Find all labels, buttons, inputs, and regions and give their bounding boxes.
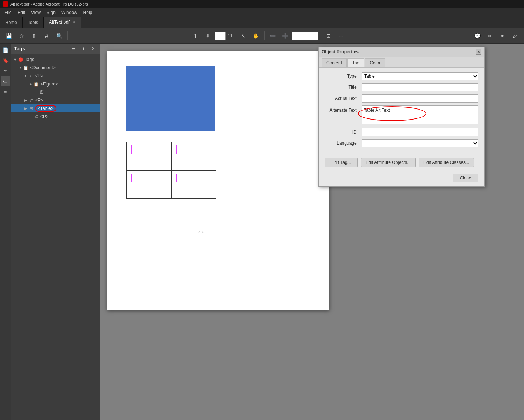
tree-item-p1[interactable]: ▼ 🏷 <P> <box>11 72 100 80</box>
tree-item-figure-child[interactable]: 🖼 <box>11 88 100 96</box>
cursor-btn[interactable]: ↖ <box>238 30 249 42</box>
edit-attribute-classes-button[interactable]: Edit Attribute Classes... <box>419 158 474 167</box>
menu-edit[interactable]: Edit <box>14 8 28 17</box>
edit-attribute-objects-button[interactable]: Edit Attribute Objects... <box>361 158 416 167</box>
tag-icon2: 🏷 <box>28 97 34 103</box>
hand-btn[interactable]: ✋ <box>250 30 262 42</box>
cursor-3 <box>131 174 132 182</box>
toolbar: 💾 ☆ ⬆ 🖨 🔍 ⬆ ⬇ 1 / 1 ↖ ✋ ➖ ➕ 122% ⊡ ↔ 💬 ✏… <box>0 28 524 44</box>
title-bar-text: AltText.pdf - Adobe Acrobat Pro DC (32-b… <box>10 2 88 6</box>
tab-close-btn[interactable]: ✕ <box>73 20 75 24</box>
nav-layers-icon[interactable]: ≡ <box>1 87 10 96</box>
sidebar-icon-strip: 📄 🔖 ✒ 🏷 ≡ <box>0 44 11 420</box>
tab-alttext[interactable]: AltText.pdf ✕ <box>44 17 81 28</box>
tree-label-p2: <P> <box>35 98 43 103</box>
nav-bookmarks-icon[interactable]: 🔖 <box>1 56 10 65</box>
page-total: 1 <box>230 33 233 38</box>
actual-text-input[interactable] <box>362 94 478 103</box>
pen-btn[interactable]: ✏ <box>484 30 496 42</box>
expand-icon: ▼ <box>13 57 18 62</box>
form-row-type: Type: Table <box>325 72 478 80</box>
fit-width-btn[interactable]: ↔ <box>335 30 347 42</box>
resize-handle[interactable]: ◁▷ <box>199 228 203 236</box>
form-row-language: Language: <box>325 139 478 147</box>
tree-item-table[interactable]: ▶ ⊞ <Table> <box>11 104 100 112</box>
nav-signatures-icon[interactable]: ✒ <box>1 66 10 75</box>
form-row-title: Title: <box>325 83 478 91</box>
next-page-btn[interactable]: ⬇ <box>202 30 214 42</box>
tag-icon3: 🏷 <box>33 114 39 120</box>
tab-tools[interactable]: Tools <box>23 17 44 28</box>
page-number-input[interactable]: 1 <box>215 32 226 40</box>
zoom-in-btn[interactable]: ➕ <box>279 30 291 42</box>
tags-header: Tags ☰ ℹ ✕ <box>11 44 100 54</box>
zoom-out-btn[interactable]: ➖ <box>267 30 279 42</box>
table-drawing <box>126 142 216 199</box>
menu-file[interactable]: File <box>1 8 14 17</box>
alternate-text-input[interactable] <box>362 105 478 124</box>
sep2 <box>235 31 235 40</box>
comment-btn[interactable]: 💬 <box>471 30 483 42</box>
title-input[interactable] <box>362 83 478 91</box>
dialog-title: Object Properties <box>322 49 359 54</box>
tree-item-figure[interactable]: ▶ 📋 <Figure> <box>11 80 100 88</box>
tab-content[interactable]: Content <box>322 58 347 67</box>
sidebar-container: 📄 🔖 ✒ 🏷 ≡ Tags ☰ ℹ ✕ ▼ 🔴 <box>0 44 100 420</box>
form-row-actual-text: Actual Text: <box>325 94 478 103</box>
tree-item-p2[interactable]: ▶ 🏷 <P> <box>11 96 100 104</box>
main-layout: 📄 🔖 ✒ 🏷 ≡ Tags ☰ ℹ ✕ ▼ 🔴 <box>0 44 524 420</box>
tags-close-btn[interactable]: ✕ <box>89 45 97 53</box>
tree-label-figure: <Figure> <box>40 81 58 87</box>
cursor-2 <box>176 145 177 154</box>
tree-label-document: <Document> <box>30 65 56 70</box>
page-separator: / <box>226 33 229 38</box>
expand-icon7: ▶ <box>23 106 28 111</box>
nav-pages-icon[interactable]: 📄 <box>1 45 10 55</box>
edit-tag-button[interactable]: Edit Tag... <box>325 158 358 167</box>
menu-sign[interactable]: Sign <box>44 8 58 17</box>
search-btn[interactable]: 🔍 <box>53 30 65 42</box>
form-row-alternate-text: Alternate Text: Table Alt Text <box>325 105 478 125</box>
tab-color[interactable]: Color <box>365 58 385 67</box>
language-select[interactable] <box>362 139 478 147</box>
bookmark-btn[interactable]: ☆ <box>16 30 27 42</box>
tags-options-btn[interactable]: ☰ <box>70 45 78 53</box>
title-label: Title: <box>325 85 362 90</box>
tab-tag[interactable]: Tag <box>347 58 364 67</box>
print-btn[interactable]: 🖨 <box>41 30 53 42</box>
object-properties-dialog[interactable]: Object Properties ✕ Content Tag Color Ty… <box>318 47 485 187</box>
close-button[interactable]: Close <box>453 174 478 182</box>
tree-item-document[interactable]: ▼ 📋 <Document> <box>11 64 100 72</box>
dialog-action-buttons: Edit Tag... Edit Attribute Objects... Ed… <box>319 155 484 171</box>
tree-item-p3[interactable]: 🏷 <P> <box>11 112 100 121</box>
save-btn[interactable]: 💾 <box>3 30 15 42</box>
tree-item-tags[interactable]: ▼ 🔴 Tags <box>11 56 100 64</box>
tab-home[interactable]: Home <box>0 17 23 28</box>
menu-help[interactable]: Help <box>80 8 95 17</box>
tab-bar: Home Tools AltText.pdf ✕ <box>0 17 524 28</box>
fit-page-btn[interactable]: ⊡ <box>323 30 335 42</box>
expand-icon4: ▶ <box>28 81 33 87</box>
nav-tags-icon[interactable]: 🏷 <box>1 76 10 86</box>
menu-view[interactable]: View <box>28 8 44 17</box>
sep1 <box>67 31 68 40</box>
expand-icon2: ▼ <box>18 65 23 70</box>
type-select[interactable]: Table <box>362 72 478 80</box>
prev-page-btn[interactable]: ⬆ <box>189 30 201 42</box>
tags-info-btn[interactable]: ℹ <box>79 45 87 53</box>
stamp-btn[interactable]: 🖊 <box>509 30 521 42</box>
zoom-input[interactable]: 122% <box>292 32 318 40</box>
tags-title: Tags <box>14 46 25 51</box>
pdf-page <box>107 51 329 310</box>
sep5 <box>469 31 469 40</box>
upload-btn[interactable]: ⬆ <box>28 30 40 42</box>
expand-icon3: ▼ <box>23 73 28 78</box>
edit-btn[interactable]: ✒ <box>497 30 508 42</box>
menu-window[interactable]: Window <box>58 8 80 17</box>
expand-icon8 <box>28 114 33 119</box>
id-input[interactable] <box>362 128 478 136</box>
tags-header-controls: ☰ ℹ ✕ <box>70 45 97 53</box>
app-icon <box>3 1 8 7</box>
img-icon: 🖼 <box>38 89 44 95</box>
dialog-close-icon[interactable]: ✕ <box>476 49 481 55</box>
